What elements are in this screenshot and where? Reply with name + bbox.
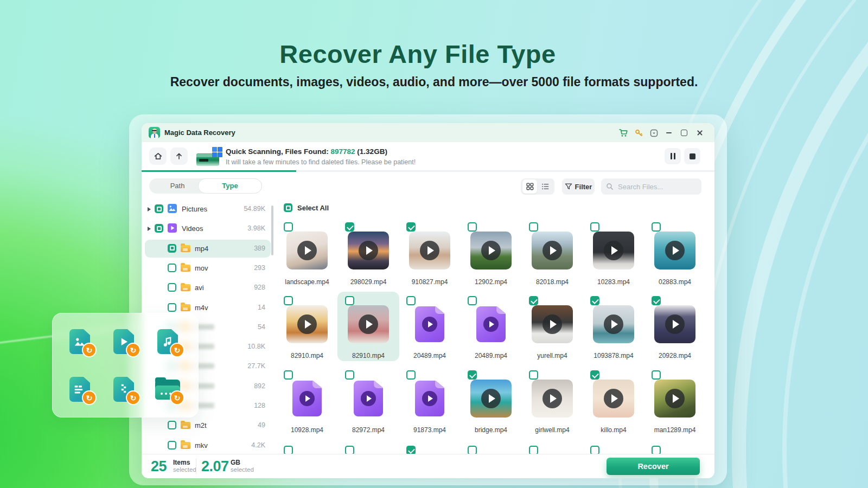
file-checkbox[interactable] bbox=[529, 446, 538, 454]
file-checkbox[interactable] bbox=[284, 446, 293, 454]
file-card[interactable]: 91873.mp4 bbox=[401, 370, 458, 435]
video-file-icon[interactable] bbox=[476, 306, 506, 342]
file-checkbox[interactable] bbox=[652, 370, 661, 380]
file-card[interactable]: 12902.mp4 bbox=[462, 222, 520, 287]
file-checkbox[interactable] bbox=[468, 222, 477, 232]
file-card[interactable]: landscape.mp4 bbox=[278, 222, 336, 287]
file-checkbox[interactable] bbox=[345, 296, 354, 305]
video-file-icon[interactable] bbox=[292, 381, 322, 416]
caret-icon[interactable] bbox=[148, 227, 151, 231]
file-checkbox[interactable] bbox=[529, 222, 538, 232]
file-card[interactable]: 82910.mp4 bbox=[278, 296, 336, 361]
file-checkbox[interactable] bbox=[284, 370, 293, 380]
key-icon[interactable] bbox=[633, 127, 644, 138]
stop-button[interactable] bbox=[684, 148, 700, 164]
file-card[interactable]: 02883.mp4 bbox=[646, 222, 704, 287]
filter-button[interactable]: Filter bbox=[562, 178, 595, 195]
file-card[interactable]: 82972.mp4 bbox=[340, 370, 397, 435]
file-checkbox[interactable] bbox=[652, 446, 661, 454]
tree-item-avi[interactable]: avi928 bbox=[145, 279, 271, 297]
file-checkbox[interactable] bbox=[590, 222, 599, 232]
video-thumbnail[interactable] bbox=[409, 232, 450, 269]
cart-icon[interactable] bbox=[618, 127, 629, 138]
recover-button[interactable]: Recover bbox=[607, 458, 700, 475]
file-card[interactable]: 82910.mp4 bbox=[340, 296, 397, 361]
tree-item-mp4[interactable]: mp4389 bbox=[145, 240, 271, 258]
video-thumbnail[interactable] bbox=[654, 380, 695, 418]
file-card[interactable]: 10928.mp4 bbox=[278, 370, 336, 435]
file-checkbox[interactable] bbox=[345, 222, 354, 232]
file-card[interactable]: 910827.mp4 bbox=[401, 222, 458, 287]
file-card[interactable]: 298029.mp4 bbox=[340, 222, 397, 287]
caret-icon[interactable] bbox=[148, 207, 151, 211]
tree-item-mov[interactable]: mov293 bbox=[145, 259, 271, 277]
video-thumbnail[interactable] bbox=[532, 232, 573, 269]
home-button[interactable] bbox=[149, 147, 167, 165]
video-thumbnail[interactable] bbox=[470, 232, 512, 269]
file-checkbox[interactable] bbox=[590, 446, 599, 454]
video-thumbnail[interactable] bbox=[593, 380, 634, 418]
select-all[interactable]: Select All bbox=[284, 203, 329, 213]
tab-type[interactable]: Type bbox=[198, 178, 262, 194]
tree-checkbox[interactable] bbox=[155, 204, 163, 213]
video-thumbnail[interactable] bbox=[532, 380, 573, 418]
tree-checkbox[interactable] bbox=[155, 224, 163, 233]
tree-item-pictures[interactable]: Pictures54.89K bbox=[145, 200, 271, 218]
tree-checkbox[interactable] bbox=[168, 441, 176, 450]
file-card[interactable]: 20489.mp4 bbox=[401, 296, 458, 361]
video-thumbnail[interactable] bbox=[470, 380, 512, 418]
file-checkbox[interactable] bbox=[652, 222, 661, 232]
up-button[interactable] bbox=[170, 147, 188, 165]
search-input[interactable] bbox=[617, 182, 695, 191]
file-checkbox[interactable] bbox=[406, 222, 416, 232]
file-checkbox[interactable] bbox=[652, 296, 661, 305]
video-thumbnail[interactable] bbox=[593, 305, 634, 343]
file-checkbox[interactable] bbox=[284, 296, 293, 305]
select-all-checkbox[interactable] bbox=[284, 203, 292, 212]
tree-item-videos[interactable]: Videos3.98K bbox=[145, 220, 271, 237]
grid-view-icon[interactable] bbox=[522, 179, 537, 194]
tree-checkbox[interactable] bbox=[168, 244, 176, 253]
file-checkbox[interactable] bbox=[590, 296, 599, 305]
minimize-button[interactable] bbox=[663, 127, 674, 138]
file-card[interactable]: 20489.mp4 bbox=[462, 296, 520, 361]
video-thumbnail[interactable] bbox=[532, 305, 573, 343]
file-card[interactable]: man1289.mp4 bbox=[646, 370, 704, 435]
file-checkbox[interactable] bbox=[284, 222, 293, 232]
video-thumbnail[interactable] bbox=[286, 232, 328, 269]
video-thumbnail[interactable] bbox=[348, 305, 389, 343]
sidebar-scrollbar[interactable] bbox=[271, 206, 273, 255]
file-checkbox[interactable] bbox=[529, 296, 538, 305]
maximize-button[interactable] bbox=[679, 127, 690, 138]
file-checkbox[interactable] bbox=[590, 370, 599, 380]
file-card[interactable]: 82018.mp4 bbox=[524, 222, 581, 287]
file-checkbox[interactable] bbox=[468, 446, 477, 454]
video-thumbnail[interactable] bbox=[348, 232, 389, 269]
file-checkbox[interactable] bbox=[406, 370, 416, 380]
file-checkbox[interactable] bbox=[406, 446, 416, 454]
file-card[interactable]: killo.mp4 bbox=[585, 370, 642, 435]
tree-checkbox[interactable] bbox=[168, 264, 176, 272]
video-file-icon[interactable] bbox=[415, 381, 444, 416]
file-card[interactable]: bridge.mp4 bbox=[462, 370, 520, 435]
file-card[interactable]: 10283.mp4 bbox=[585, 222, 642, 287]
tree-item-mkv[interactable]: mkv4.2K bbox=[145, 436, 271, 454]
tree-checkbox[interactable] bbox=[168, 421, 176, 429]
pin-window-icon[interactable] bbox=[648, 127, 659, 138]
file-card[interactable]: 1093878.mp4 bbox=[585, 296, 642, 361]
file-card[interactable]: yurell.mp4 bbox=[524, 296, 581, 361]
tree-checkbox[interactable] bbox=[168, 303, 176, 312]
close-button[interactable] bbox=[694, 127, 705, 138]
file-checkbox[interactable] bbox=[468, 296, 477, 305]
file-checkbox[interactable] bbox=[468, 370, 477, 380]
file-checkbox[interactable] bbox=[529, 370, 538, 380]
video-thumbnail[interactable] bbox=[286, 305, 328, 343]
file-checkbox[interactable] bbox=[406, 296, 416, 305]
video-thumbnail[interactable] bbox=[654, 232, 695, 269]
video-file-icon[interactable] bbox=[415, 306, 444, 342]
file-checkbox[interactable] bbox=[345, 446, 354, 454]
pause-button[interactable] bbox=[665, 148, 681, 164]
file-card[interactable]: 20928.mp4 bbox=[646, 296, 704, 361]
tree-checkbox[interactable] bbox=[168, 283, 176, 292]
file-card[interactable]: girlwell.mp4 bbox=[524, 370, 581, 435]
